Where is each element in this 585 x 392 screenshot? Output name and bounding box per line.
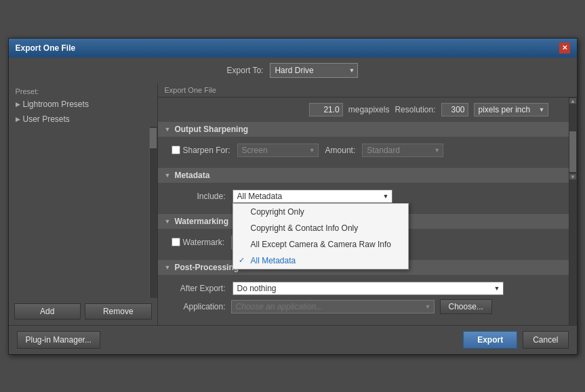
screen-select[interactable]: Screen Matte Paper Glossy Paper [237,144,319,157]
main-panel: Export One File megapixels Resolution: p… [158,83,577,325]
dialog-footer: Plug-in Manager... Export Cancel [9,325,577,354]
after-export-wrapper: Do nothing Show in Finder Open in Other … [233,282,504,295]
sidebar-item-user-presets[interactable]: ▶ User Presets [9,112,157,127]
dropdown-item-copyright-only[interactable]: Copyright Only [233,204,408,220]
title-bar: Export One File ✕ [9,39,577,58]
post-processing-content: After Export: Do nothing Show in Finder … [158,275,569,325]
resolution-input[interactable] [441,103,468,116]
watermark-checkbox-label[interactable]: Watermark: [172,238,225,247]
megapixels-row: megapixels Resolution: pixels per inch p… [158,97,569,122]
dropdown-item-text: Copyright & Contact Info Only [251,223,359,233]
scrollbar-thumb[interactable] [569,131,576,172]
resolution-label: Resolution: [395,105,435,114]
watermark-checkbox[interactable] [172,238,180,246]
close-button[interactable]: ✕ [559,43,570,53]
screen-select-wrapper: Screen Matte Paper Glossy Paper [237,144,319,157]
dropdown-item-text: All Metadata [251,256,296,265]
main-content: megapixels Resolution: pixels per inch p… [158,97,569,325]
sharpen-for-checkbox-label[interactable]: Sharpen For: [172,146,230,155]
dropdown-item-text: All Except Camera & Camera Raw Info [251,240,391,249]
include-dropdown-menu: Copyright Only Copyright & Contact Info … [233,203,409,269]
dialog-title: Export One File [16,43,76,53]
checkmark-icon: ✓ [239,256,245,265]
export-to-row: Export To: Hard Drive Email CD/DVD [9,58,577,83]
section-collapse-icon: ▼ [165,218,171,225]
after-export-row: After Export: Do nothing Show in Finder … [172,282,555,295]
dropdown-item-all-except-camera[interactable]: All Except Camera & Camera Raw Info [233,236,408,253]
sidebar-bottom: Add Remove [9,298,157,325]
remove-button[interactable]: Remove [85,303,152,320]
sidebar-item-label: User Presets [23,114,70,124]
plugin-manager-button[interactable]: Plug-in Manager... [17,331,100,349]
after-export-select[interactable]: Do nothing Show in Finder Open in Other … [233,282,504,295]
section-collapse-icon: ▼ [165,126,171,133]
amount-select-wrapper: Standard Low High [362,144,443,157]
include-dropdown-container: Copyright Only Copyright & Contact Info … [233,190,392,203]
main-header: Export One File [158,83,577,97]
include-row: Include: Copyright Only Copyright & Cont… [172,190,555,203]
expand-arrow-icon: ▶ [16,116,20,123]
dropdown-item-text: Copyright Only [251,207,304,217]
section-collapse-icon: ▼ [165,264,171,271]
megapixels-label: megapixels [348,105,390,114]
sidebar: Preset: ▶ Lightroom Presets ▶ User Prese… [9,83,158,325]
metadata-header[interactable]: ▼ Metadata [158,168,569,183]
sharpen-for-row: Sharpen For: Screen Matte Paper Glossy P… [172,144,555,157]
metadata-content: Include: Copyright Only Copyright & Cont… [158,183,569,214]
choose-button[interactable]: Choose... [440,299,492,314]
sharpen-for-checkbox[interactable] [172,146,180,154]
output-sharpening-header[interactable]: ▼ Output Sharpening [158,122,569,137]
amount-label: Amount: [325,146,356,155]
pixels-per-inch-wrapper: pixels per inch pixels per cm [474,103,548,116]
include-select[interactable]: Copyright Only Copyright & Contact Info … [233,190,392,203]
preset-label: Preset: [9,83,157,97]
application-label: Application: [172,302,226,311]
application-row: Application: Choose... [172,299,555,314]
after-export-label: After Export: [172,284,226,293]
post-processing-title: Post-Processing [174,263,239,272]
sidebar-item-lightroom-presets[interactable]: ▶ Lightroom Presets [9,97,157,112]
output-sharpening-title: Output Sharpening [174,125,248,134]
sharpen-for-label: Sharpen For: [183,146,230,155]
dialog-body: Preset: ▶ Lightroom Presets ▶ User Prese… [9,83,577,325]
include-select-wrapper: Copyright Only Copyright & Contact Info … [233,190,392,203]
add-button[interactable]: Add [14,303,81,320]
footer-right: Export Cancel [463,331,568,349]
dropdown-item-copyright-contact[interactable]: Copyright & Contact Info Only [233,220,408,236]
app-input-wrapper [231,300,435,313]
amount-select[interactable]: Standard Low High [362,144,443,157]
dropdown-item-all-metadata[interactable]: ✓ All Metadata [233,253,408,269]
sidebar-item-label: Lightroom Presets [23,100,89,109]
megapixels-input[interactable] [309,103,343,116]
export-to-select[interactable]: Hard Drive Email CD/DVD [270,63,358,78]
export-button[interactable]: Export [463,331,517,349]
section-collapse-icon: ▼ [165,172,171,179]
application-input[interactable] [231,300,435,313]
watermark-label: Watermark: [183,238,225,247]
output-sharpening-content: Sharpen For: Screen Matte Paper Glossy P… [158,137,569,168]
pixels-per-inch-select[interactable]: pixels per inch pixels per cm [474,103,548,116]
cancel-button[interactable]: Cancel [523,331,568,349]
export-dialog: Export One File ✕ Export To: Hard Drive … [8,38,578,355]
main-scrollbar[interactable]: ▲ ▼ [569,97,577,325]
metadata-title: Metadata [174,171,209,180]
expand-arrow-icon: ▶ [16,101,20,108]
export-to-label: Export To: [227,66,264,75]
watermarking-title: Watermarking [174,217,228,226]
include-label: Include: [172,192,226,201]
export-to-select-wrapper: Hard Drive Email CD/DVD [270,63,358,78]
